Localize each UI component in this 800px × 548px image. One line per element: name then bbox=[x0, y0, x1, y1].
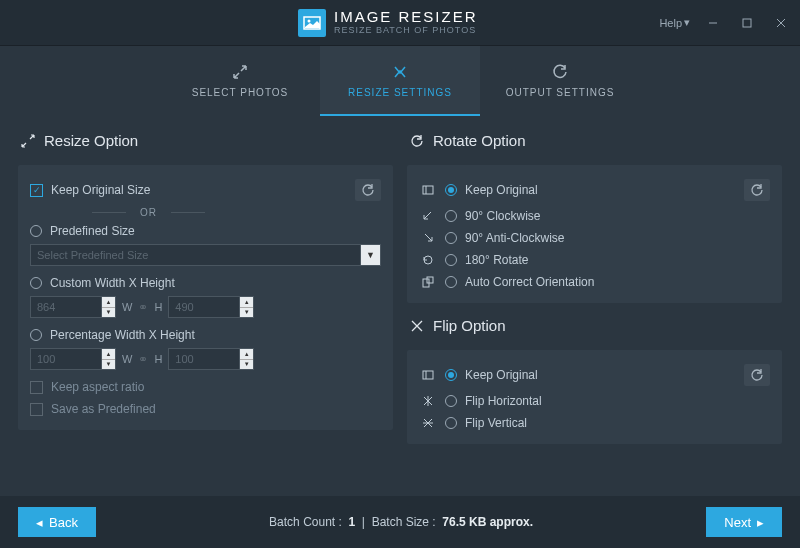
resize-column: Resize Option ✓ Keep Original Size OR Pr… bbox=[18, 128, 393, 496]
rotate-auto-row[interactable]: Auto Correct Orientation bbox=[419, 271, 770, 293]
predefined-radio[interactable] bbox=[30, 225, 42, 237]
dropdown-icon[interactable]: ▼ bbox=[361, 244, 381, 266]
pheight-input[interactable]: 100 bbox=[168, 348, 240, 370]
batch-count-label: Batch Count : bbox=[269, 515, 342, 529]
custom-radio[interactable] bbox=[30, 277, 42, 289]
rotate-acw-row[interactable]: 90° Anti-Clockwise bbox=[419, 227, 770, 249]
app-title: IMAGE RESIZER bbox=[334, 9, 478, 26]
flip-v-icon bbox=[419, 416, 437, 430]
flip-h-icon bbox=[419, 394, 437, 408]
h-label: H bbox=[154, 301, 162, 313]
rotate-auto-radio[interactable] bbox=[445, 276, 457, 288]
titlebar: IMAGE RESIZER RESIZE BATCH OF PHOTOS Hel… bbox=[0, 0, 800, 46]
flip-v-row[interactable]: Flip Vertical bbox=[419, 412, 770, 434]
pwidth-spinner[interactable]: ▲▼ bbox=[102, 348, 116, 370]
maximize-button[interactable] bbox=[736, 12, 758, 34]
batch-count-value: 1 bbox=[349, 515, 356, 529]
link-icon[interactable]: ⚭ bbox=[138, 352, 148, 366]
width-spinner[interactable]: ▲▼ bbox=[102, 296, 116, 318]
predefined-size-row[interactable]: Predefined Size bbox=[30, 220, 381, 242]
pheight-spinner[interactable]: ▲▼ bbox=[240, 348, 254, 370]
flip-h-row[interactable]: Flip Horizontal bbox=[419, 390, 770, 412]
predefined-select-value: Select Predefined Size bbox=[30, 244, 361, 266]
close-button[interactable] bbox=[770, 12, 792, 34]
tab-select-photos[interactable]: SELECT PHOTOS bbox=[160, 46, 320, 116]
rotate-acw-icon bbox=[419, 231, 437, 245]
rotate-180-label: 180° Rotate bbox=[465, 253, 529, 267]
rotate-icon bbox=[409, 133, 425, 149]
rotate-cw-label: 90° Clockwise bbox=[465, 209, 541, 223]
custom-dimensions: 864▲▼ W ⚭ H 490▲▼ bbox=[30, 294, 381, 324]
h-label: H bbox=[154, 353, 162, 365]
flip-v-radio[interactable] bbox=[445, 417, 457, 429]
flip-h-radio[interactable] bbox=[445, 395, 457, 407]
rotate-cw-radio[interactable] bbox=[445, 210, 457, 222]
w-label: W bbox=[122, 353, 132, 365]
app-logo: IMAGE RESIZER RESIZE BATCH OF PHOTOS bbox=[298, 9, 478, 37]
panel-title-text: Rotate Option bbox=[433, 132, 526, 149]
link-icon[interactable]: ⚭ bbox=[138, 300, 148, 314]
refresh-icon bbox=[551, 63, 569, 81]
chevron-down-icon: ▾ bbox=[684, 16, 690, 29]
minimize-button[interactable] bbox=[702, 12, 724, 34]
rotate-180-icon bbox=[419, 253, 437, 267]
help-menu[interactable]: Help ▾ bbox=[659, 16, 690, 29]
flip-keep-radio[interactable] bbox=[445, 369, 457, 381]
rotate-cw-row[interactable]: 90° Clockwise bbox=[419, 205, 770, 227]
rotate-keep-row[interactable]: Keep Original bbox=[419, 175, 770, 205]
save-predefined-checkbox[interactable] bbox=[30, 403, 43, 416]
reset-resize-button[interactable] bbox=[355, 179, 381, 201]
reset-rotate-button[interactable] bbox=[744, 179, 770, 201]
flip-keep-label: Keep Original bbox=[465, 368, 538, 382]
auto-orient-icon bbox=[419, 275, 437, 289]
tab-output-settings[interactable]: OUTPUT SETTINGS bbox=[480, 46, 640, 116]
flip-h-label: Flip Horizontal bbox=[465, 394, 542, 408]
keep-icon bbox=[419, 183, 437, 197]
panel-title-text: Resize Option bbox=[44, 132, 138, 149]
flip-panel: Keep Original Flip Horizontal Flip Verti… bbox=[407, 350, 782, 444]
rotate-keep-radio[interactable] bbox=[445, 184, 457, 196]
flip-icon bbox=[409, 318, 425, 334]
predefined-select[interactable]: Select Predefined Size ▼ bbox=[30, 244, 381, 266]
app-subtitle: RESIZE BATCH OF PHOTOS bbox=[334, 26, 478, 36]
pwidth-input[interactable]: 100 bbox=[30, 348, 102, 370]
custom-label: Custom Width X Height bbox=[50, 276, 175, 290]
percentage-radio[interactable] bbox=[30, 329, 42, 341]
rotate-keep-label: Keep Original bbox=[465, 183, 538, 197]
rotate-180-radio[interactable] bbox=[445, 254, 457, 266]
resize-panel-title: Resize Option bbox=[18, 128, 393, 157]
height-input[interactable]: 490 bbox=[168, 296, 240, 318]
flip-keep-row[interactable]: Keep Original bbox=[419, 360, 770, 390]
next-label: Next bbox=[724, 515, 751, 530]
next-button[interactable]: Next ▸ bbox=[706, 507, 782, 537]
tab-label: SELECT PHOTOS bbox=[192, 87, 289, 98]
percentage-dimensions: 100▲▼ W ⚭ H 100▲▼ bbox=[30, 346, 381, 376]
rotate-panel-title: Rotate Option bbox=[407, 128, 782, 157]
percentage-wh-row[interactable]: Percentage Width X Height bbox=[30, 324, 381, 346]
resize-panel: ✓ Keep Original Size OR Predefined Size … bbox=[18, 165, 393, 430]
resize-icon bbox=[391, 63, 409, 81]
rotate-acw-radio[interactable] bbox=[445, 232, 457, 244]
height-spinner[interactable]: ▲▼ bbox=[240, 296, 254, 318]
flip-v-label: Flip Vertical bbox=[465, 416, 527, 430]
tab-resize-settings[interactable]: RESIZE SETTINGS bbox=[320, 46, 480, 116]
width-input[interactable]: 864 bbox=[30, 296, 102, 318]
expand-icon bbox=[20, 133, 36, 149]
back-label: Back bbox=[49, 515, 78, 530]
custom-wh-row[interactable]: Custom Width X Height bbox=[30, 272, 381, 294]
expand-icon bbox=[231, 63, 249, 81]
back-button[interactable]: ◂ Back bbox=[18, 507, 96, 537]
chevron-left-icon: ◂ bbox=[36, 515, 43, 530]
save-predefined-row[interactable]: Save as Predefined bbox=[30, 398, 381, 420]
reset-flip-button[interactable] bbox=[744, 364, 770, 386]
step-tabs: SELECT PHOTOS RESIZE SETTINGS OUTPUT SET… bbox=[0, 46, 800, 116]
save-predefined-label: Save as Predefined bbox=[51, 402, 156, 416]
rotate-180-row[interactable]: 180° Rotate bbox=[419, 249, 770, 271]
keep-aspect-row[interactable]: Keep aspect ratio bbox=[30, 376, 381, 398]
keep-aspect-checkbox[interactable] bbox=[30, 381, 43, 394]
svg-rect-9 bbox=[427, 277, 433, 283]
flip-panel-title: Flip Option bbox=[407, 311, 782, 342]
keep-original-size-row[interactable]: ✓ Keep Original Size bbox=[30, 175, 381, 205]
rotate-cw-icon bbox=[419, 209, 437, 223]
keep-original-checkbox[interactable]: ✓ bbox=[30, 184, 43, 197]
